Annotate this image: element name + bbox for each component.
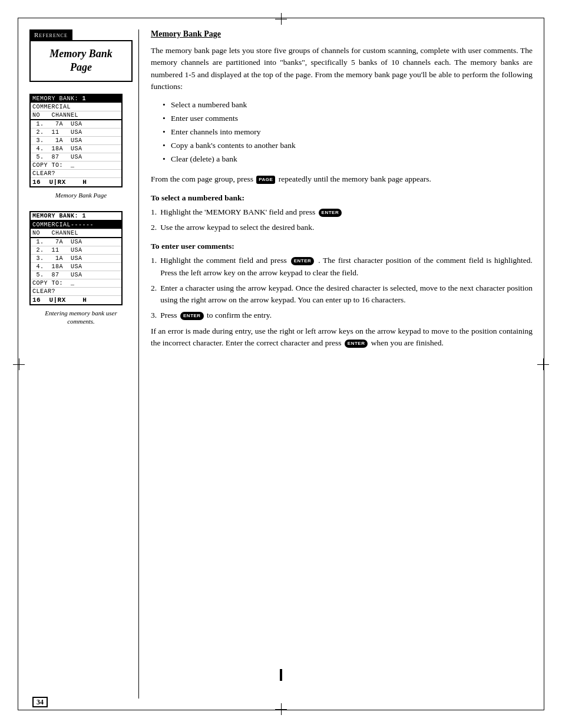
crosshair-bottom: [275, 703, 287, 715]
crosshair-right: [537, 358, 549, 370]
screen-row: 3. 1A USA: [31, 137, 121, 145]
screen-row: COMMERCIAL: [31, 103, 121, 111]
screen-row: 16 U|RX H: [31, 178, 121, 186]
screen-row: 2. 11 USA: [31, 129, 121, 137]
enter-button-badge: ENTER: [319, 209, 342, 217]
screen-row: 4. 18A USA: [31, 145, 121, 153]
screen1-caption: Memory Bank Page: [29, 191, 133, 199]
step: 2. Enter a character using the arrow key…: [151, 282, 533, 307]
page-content: Reference Memory Bank Page MEMORY BANK: …: [29, 29, 533, 699]
list-item: Enter user comments: [163, 112, 533, 126]
com-page-text: From the com page group, press PAGE repe…: [151, 173, 533, 185]
enter-button-badge: ENTER: [291, 257, 315, 265]
reference-tab: Reference: [29, 29, 72, 40]
screen-row: 3. 1A USA: [31, 255, 121, 263]
enter-button-badge: ENTER: [180, 312, 204, 320]
screen-mockup-2: MEMORY BANK: 1 COMMERCIAL------ NO CHANN…: [29, 211, 123, 305]
screen-row: 5. 87 USA: [31, 271, 121, 279]
screen-row: CLEAR?: [31, 170, 121, 178]
screen-row: 16 U|RX H: [31, 296, 121, 304]
screen-row: 1. 7A USA: [31, 238, 121, 246]
list-item: Select a numbered bank: [163, 98, 533, 112]
step: 3. Press ENTER to confirm the entry.: [151, 309, 533, 321]
list-item: Copy a bank's contents to another bank: [163, 139, 533, 153]
screen-row: 4. 18A USA: [31, 263, 121, 271]
screen2-caption: Entering memory bank usercomments.: [29, 309, 133, 326]
section-title: Memory Bank Page: [151, 29, 533, 39]
screen-row: 2. 11 USA: [31, 246, 121, 255]
screen-row: 5. 87 USA: [31, 153, 121, 162]
sidebar: Reference Memory Bank Page MEMORY BANK: …: [29, 29, 138, 699]
crosshair-top: [275, 13, 287, 25]
screen-row: COMMERCIAL------: [31, 221, 121, 229]
error-paragraph: If an error is made during entry, use th…: [151, 325, 533, 350]
screen-row: NO CHANNEL: [31, 229, 121, 238]
main-content: Memory Bank Page The memory bank page le…: [138, 29, 533, 699]
screen-row: MEMORY BANK: 1: [31, 212, 121, 221]
screen-row: 1. 7A USA: [31, 120, 121, 129]
enter-button-badge: ENTER: [345, 340, 368, 348]
step: 1. Highlight the 'MEMORY BANK' field and…: [151, 206, 533, 218]
intro-paragraph: The memory bank page lets you store five…: [151, 45, 533, 93]
screen-row: COPY TO: _: [31, 162, 121, 170]
list-item: Enter channels into memory: [163, 126, 533, 139]
screen-row: MEMORY BANK: 1: [31, 95, 121, 103]
section2-heading: To enter user comments:: [151, 242, 533, 251]
screen-row: NO CHANNEL: [31, 111, 121, 120]
page-button-badge: PAGE: [256, 176, 275, 184]
list-item: Clear (delete) a bank: [163, 153, 533, 166]
step: 1. Highlight the comment field and press…: [151, 255, 533, 279]
sidebar-title-box: Memory Bank Page: [29, 40, 133, 82]
step: 2. Use the arrow keypad to select the de…: [151, 222, 533, 233]
crosshair-left: [13, 358, 25, 370]
screen-row: CLEAR?: [31, 288, 121, 296]
sidebar-title: Memory Bank Page: [38, 47, 124, 75]
section1-heading: To select a numbered bank:: [151, 193, 533, 203]
bullet-list: Select a numbered bank Enter user commen…: [163, 98, 533, 166]
screen-row: COPY TO: _: [31, 279, 121, 288]
screen-mockup-1: MEMORY BANK: 1 COMMERCIAL NO CHANNEL 1. …: [29, 94, 123, 187]
